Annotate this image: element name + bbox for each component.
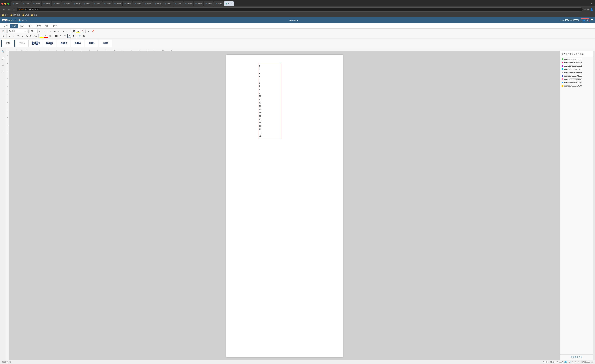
bookmark-软件下载[interactable]: 📁软件下载 [10,14,20,16]
user-count-button[interactable]: 👥 23 [581,18,589,22]
style-item-h5[interactable]: 标题5 [85,40,98,47]
italic-button[interactable]: I [12,34,16,38]
bookmark-学习[interactable]: 📁学习 [2,14,8,16]
browser-tab-22[interactable]: o ✕ [224,1,234,6]
align-center-button[interactable]: ≡ [59,34,63,38]
browser-tab-19[interactable]: office [193,1,204,6]
menu-item-1[interactable]: 主页 [10,24,18,28]
bold-button[interactable]: B [7,34,11,38]
spell-check-icon[interactable]: 🌐 [564,361,567,363]
extensions-icon[interactable]: ⊞ [587,8,589,11]
browser-tab-7[interactable]: office [72,1,82,6]
browser-tab-13[interactable]: office [133,1,143,6]
browser-tab-2[interactable]: office [21,1,31,6]
browser-tab-6[interactable]: office [62,1,72,6]
menu-item-6[interactable]: 组件 [51,24,59,28]
style-item-normal[interactable]: 正常 [1,40,15,47]
align-justify-button[interactable]: ≡ [67,34,71,38]
style-item-no-space[interactable]: 无空格 [15,40,28,47]
sidebar-search[interactable]: 🔍 [1,49,5,54]
insert-link-button[interactable]: 🔗 [78,34,82,38]
menu-item-2[interactable]: 插入 [18,24,26,28]
bookmark-Work[interactable]: 📁Work [22,14,29,16]
close-traffic-light[interactable] [1,3,3,5]
menu-item-4[interactable]: 参考 [35,24,43,28]
copy-button[interactable]: ⊞ [1,34,5,38]
strikethrough-button[interactable]: S [21,34,24,38]
collaborator-name1676282777743[interactable]: name1676282777743 [560,61,593,64]
bookmark-icon[interactable]: ☆ [584,8,586,11]
paste-button[interactable]: 📋 [1,29,5,33]
style-item-h3[interactable]: 标题3 [57,40,71,47]
browser-tab-16[interactable]: office [163,1,173,6]
forward-button[interactable]: → [7,7,11,11]
browser-tab-21[interactable]: office [214,1,224,6]
redo-icon[interactable]: ↪ [26,19,28,21]
browser-tab-4[interactable]: office [42,1,51,6]
insert-image-button[interactable]: 🖼 [72,29,76,33]
clear-format-button[interactable]: ✖ [86,29,91,33]
collaborator-name1676282763186[interactable]: name1676282763186 [560,68,593,71]
list-unordered-button[interactable]: ≡ [48,29,52,33]
text-box[interactable]: 12345678910111213141516171819202122 [258,63,281,139]
browser-tab-1[interactable]: office [11,1,21,6]
superscript-button[interactable]: x² [29,34,33,38]
track-changes-icon[interactable]: 📊 [568,361,571,363]
address-input-container[interactable]: 不安全 10.1.40.23:8080 [17,7,583,12]
browser-tab-20[interactable]: office [204,1,214,6]
collaborator-name1676282740252[interactable]: name1676282740252 [560,81,593,84]
menu-item-5[interactable]: 协作 [43,24,51,28]
font-color-btn2[interactable]: A [44,34,48,38]
profile-icon[interactable]: 👤 [590,8,593,11]
underline-button[interactable]: U [16,34,20,38]
subscript-button[interactable]: x₂ [25,34,29,38]
sidebar-comments[interactable]: 💬 [1,56,5,61]
show-settings-button[interactable]: 显示高级设置 [571,356,582,359]
borders-button[interactable]: □ [48,34,52,38]
minimize-traffic-light[interactable] [4,3,6,5]
font-size-decrease[interactable]: ▼ [42,29,46,33]
sidebar-info[interactable]: ℹ [1,69,5,74]
collaborator-name1676282768981[interactable]: name1676282768981 [560,64,593,68]
fullscreen-traffic-light[interactable] [7,3,9,5]
insert-table-button[interactable]: ⊞ [82,34,86,38]
sidebar-bookmarks[interactable]: ☰ [1,63,5,67]
language-display[interactable]: English (United States) [543,361,563,363]
style-item-h2[interactable]: 标题2 [43,40,57,47]
browser-tab-10[interactable]: office [102,1,112,6]
browser-tab-15[interactable]: office [153,1,163,6]
document-page[interactable]: 12345678910111213141516171819202122 [227,55,343,357]
view-pages-icon[interactable]: ⊟ [575,361,577,363]
browser-tab-11[interactable]: office [113,1,122,6]
show-marks-button[interactable]: ¶ [71,34,76,38]
collaborator-name1676282805630[interactable]: name1676282805630 [560,58,593,61]
menu-item-0[interactable]: 文件 [1,24,10,28]
collaborator-name1676282764544[interactable]: name1676282764544 [560,84,593,88]
list-ordered-button[interactable]: ≔ [53,29,57,33]
outdent-button[interactable]: ⇤ [57,29,61,33]
browser-tab-17[interactable]: office [173,1,183,6]
collaborator-name1676282738518[interactable]: name1676282738518 [560,71,593,74]
collaborator-name1676282727246[interactable]: name1676282727246 [560,77,593,81]
browser-tab-5[interactable]: office [52,1,62,6]
bookmark-梯子[interactable]: 📁梯子 [31,14,37,16]
highlight-color-button[interactable]: A [76,29,80,33]
back-button[interactable]: ← [2,7,6,11]
highlight-button[interactable]: A [40,34,43,38]
style-item-h4[interactable]: 标题4 [71,40,84,47]
browser-tab-18[interactable]: office [183,1,193,6]
reload-button[interactable]: ↻ [12,7,15,11]
browser-tab-12[interactable]: office [123,1,133,6]
panel-scrollbar[interactable] [593,51,595,360]
collaborator-name1676282741968[interactable]: name1676282741968 [560,74,593,77]
document-area[interactable]: 12345678910111213141516171819202122 [9,51,560,360]
zoom-out-icon[interactable]: ⊖ [578,361,580,363]
browser-tab-8[interactable]: office [82,1,92,6]
font-family-select[interactable]: Calibri [7,29,28,33]
indent-button[interactable]: ⇥ [61,29,65,33]
save-icon[interactable]: 💾 [18,19,21,21]
tab-close-22[interactable]: ✕ [231,3,233,5]
case-button[interactable]: Aa [33,34,37,38]
align-left-button[interactable]: ⬛ [54,34,58,38]
menu-item-3[interactable]: 布局 [26,24,35,28]
